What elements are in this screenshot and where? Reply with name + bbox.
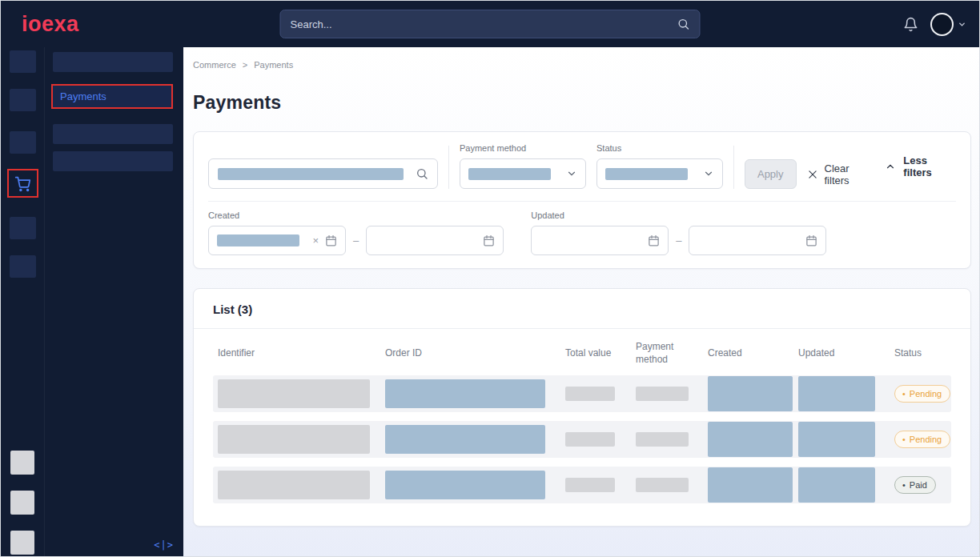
redacted-payment-method [636,432,689,447]
close-icon [807,169,818,180]
updated-to-date-input[interactable] [689,226,826,255]
filter-label: Status [596,143,723,153]
redacted-order-id [385,379,545,408]
range-separator: – [353,234,359,246]
breadcrumb-separator: > [243,60,247,70]
redacted-payment-method [636,387,689,401]
rail-nav-item[interactable] [10,131,36,154]
redacted-payment-method [636,478,689,492]
user-menu[interactable] [930,13,966,36]
created-to-date-input[interactable] [366,226,504,255]
payments-table: Identifier Order ID Total value Payment … [194,329,970,503]
less-filters-button[interactable]: Less filters [885,154,956,178]
notifications-bell-icon[interactable] [903,17,918,32]
sidebar-collapse-icon[interactable]: <|> [154,539,174,551]
updated-from-date-input[interactable] [531,226,669,255]
filters-panel: Payment method Status [193,131,971,269]
filters-row-2: Created × – [208,201,956,255]
redacted-total-value [565,478,615,492]
status-select[interactable] [596,158,723,189]
main-content: Commerce > Payments Payments Paym [183,47,979,556]
rail-nav-item[interactable] [10,255,36,278]
status-badge: Paid [894,476,936,494]
global-search[interactable] [280,10,701,38]
redacted-select-value [468,168,551,180]
divider [448,146,449,189]
rail-bottom-item[interactable] [10,531,34,555]
filter-created-range: Created × – [208,210,504,255]
clear-date-icon[interactable]: × [312,235,319,246]
sidebar-item[interactable] [53,52,173,72]
redacted-date-value [217,234,299,246]
table-row[interactable]: Paid [213,467,951,503]
search-icon [677,18,690,30]
table-row[interactable]: Pending [213,375,951,412]
shopping-cart-icon [14,175,31,192]
apply-button[interactable]: Apply [745,159,797,189]
column-header-payment-method: Payment method [636,340,708,366]
rail-bottom-item[interactable] [10,491,34,515]
search-input[interactable] [291,18,677,30]
rail-nav-item[interactable] [10,89,36,111]
status-badge: Pending [894,385,950,403]
filter-label: Created [208,210,504,220]
calendar-icon[interactable] [805,234,817,246]
filter-label: Payment method [460,143,586,153]
table-header-row: Identifier Order ID Total value Payment … [213,329,951,375]
rail-nav-item-commerce[interactable] [7,169,38,198]
sidebar-item-label: Payments [60,90,106,102]
column-header-updated: Updated [798,347,894,359]
redacted-updated [798,467,875,503]
calendar-icon[interactable] [325,234,337,246]
brand-logo: ioexa [22,12,79,37]
list-title: List (3) [194,289,970,329]
redacted-identifier [218,379,370,408]
divider [733,146,734,189]
redacted-created [708,467,793,503]
chevron-down-icon [703,168,714,179]
sidebar-panel: Payments <|> [45,47,183,556]
sidebar-item[interactable] [53,124,173,144]
redacted-identifier [218,471,370,499]
filters-row-1: Payment method Status [208,143,956,189]
redacted-identifier [218,425,370,454]
chevron-down-icon [566,168,577,179]
filter-search-input[interactable] [208,158,438,189]
breadcrumb-item[interactable]: Commerce [193,60,236,70]
filter-label: Updated [531,210,826,220]
filter-status: Status [596,143,723,189]
redacted-updated [798,422,875,457]
column-header-identifier: Identifier [213,347,385,359]
avatar[interactable] [930,13,954,36]
icon-rail [1,47,45,556]
calendar-icon[interactable] [648,234,660,246]
created-from-date-input[interactable]: × [208,226,346,255]
redacted-order-id [385,471,545,499]
redacted-created [708,376,793,411]
breadcrumb: Commerce > Payments [193,60,971,70]
column-header-status: Status [894,347,951,359]
redacted-created [708,422,793,457]
rail-bottom-item[interactable] [10,451,34,475]
topbar-actions [903,13,966,36]
redacted-select-value [605,168,688,180]
chevron-up-icon [885,161,896,172]
topbar: ioexa [1,1,979,47]
search-icon [416,167,428,180]
sidebar-item-payments[interactable]: Payments [51,84,173,109]
rail-nav-item[interactable] [10,217,36,239]
sidebar-item[interactable] [53,151,173,171]
column-header-order-id: Order ID [385,347,565,359]
redacted-total-value [565,387,615,401]
rail-nav-item[interactable] [10,50,36,73]
range-separator: – [676,234,681,246]
column-header-total-value: Total value [565,347,636,359]
less-filters-label: Less filters [903,154,956,178]
redacted-order-id [385,425,545,454]
calendar-icon[interactable] [483,234,495,246]
app-window: ioexa [0,0,980,557]
filter-updated-range: Updated – [531,210,826,255]
table-row[interactable]: Pending [213,421,951,458]
payment-method-select[interactable] [460,158,586,189]
clear-filters-button[interactable]: Clear filters [807,159,875,189]
